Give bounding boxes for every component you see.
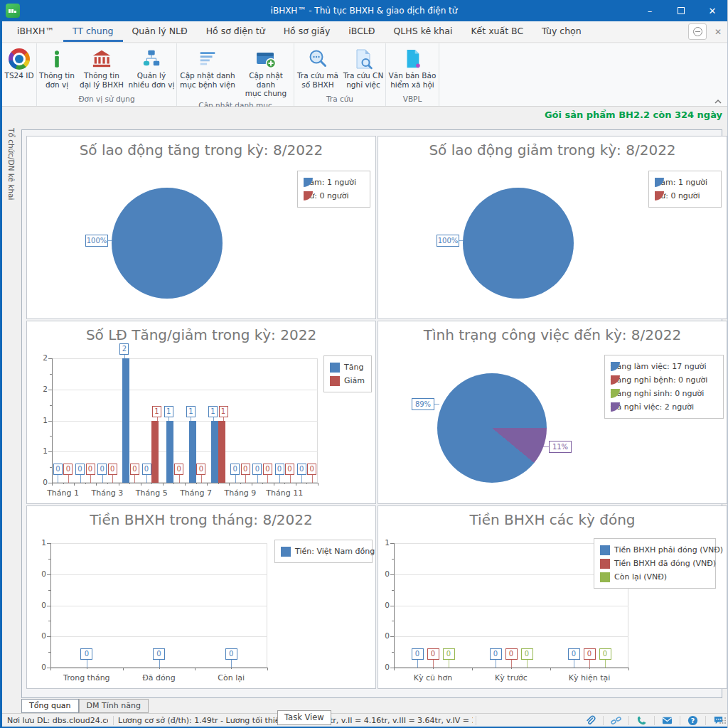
footer-tabs: Tổng quanDM Tính năng — [21, 699, 149, 713]
menu-tab-qu-n-l-nl-[interactable]: Quản lý NLĐ — [123, 21, 197, 42]
value-leader-line — [112, 475, 113, 483]
menu-tab-h-s-gi-y[interactable]: Hồ sơ giấy — [274, 21, 340, 42]
status-divider — [603, 716, 604, 725]
search-icon — [307, 47, 328, 71]
doc-search-icon — [353, 47, 374, 71]
legend-item-label: Tăng — [344, 363, 363, 372]
footer-tab-t-ng-quan[interactable]: Tổng quan — [21, 699, 79, 713]
value-leader-line — [213, 417, 214, 421]
y-axis-tick-label: 1 — [32, 538, 46, 547]
x-axis-category-label: Trong tháng — [58, 673, 115, 683]
maximize-button[interactable] — [665, 0, 697, 21]
value-leader-line — [80, 475, 81, 483]
x-tick-mark — [306, 483, 307, 484]
bank-icon — [91, 47, 112, 71]
resize-grip[interactable] — [719, 717, 727, 724]
pie-percent-label: 11% — [549, 441, 572, 453]
mail-icon[interactable] — [662, 715, 673, 726]
multi-unit-manage-button[interactable]: Quản lý nhiều đơn vị — [127, 43, 176, 93]
bar-value-label: 1 — [164, 406, 173, 417]
menu-tab-qlhs-k-khai[interactable]: QLHS kê khai — [385, 21, 462, 42]
bar-Giảm — [151, 421, 159, 483]
menu-tab-t-y-ch-n[interactable]: Tùy chọn — [532, 21, 591, 42]
ribbon-collapse-chevron-icon[interactable] — [714, 98, 722, 105]
gridline — [52, 451, 318, 452]
help-icon[interactable]: ? — [687, 715, 698, 726]
pie-chart — [112, 188, 223, 299]
value-leader-line — [605, 660, 606, 668]
value-leader-line — [312, 475, 313, 483]
x-axis-category-label: Kỳ trước — [483, 673, 540, 683]
chart-panel-1: Số lao động giảm trong kỳ: 8/2022100%Nam… — [378, 136, 727, 319]
tab-close-button[interactable]: ✕ — [711, 23, 725, 40]
y-axis-line — [394, 543, 395, 668]
chart-legend: Tiền BHXH phải đóng (VNĐ)Tiền BHXH đã đó… — [594, 538, 716, 589]
legend-item: Nam: 1 người — [304, 177, 364, 188]
value-leader-line — [511, 660, 512, 668]
bar-value-label: 1 — [208, 406, 218, 417]
ribbon-group-3: Tra cứu mã số BHXHTra cứu CN nghỉ việcTr… — [294, 43, 386, 106]
ribbon-button-label: Thông tin đơn vị — [39, 71, 75, 89]
ts24-id-button[interactable]: TS24 ID — [2, 43, 36, 102]
ribbon-group-caption — [2, 102, 36, 106]
close-button[interactable]: ✕ — [697, 0, 728, 21]
callout-leader-line — [434, 404, 439, 405]
value-leader-line — [231, 660, 232, 668]
x-tick-mark — [628, 668, 629, 670]
hospital-catalog-update-button[interactable]: Cập nhật danh mục bệnh viện — [177, 43, 238, 100]
bar-value-label: 0 — [97, 464, 107, 475]
x-tick-mark — [240, 483, 241, 484]
value-leader-line — [90, 475, 91, 483]
menu-tab-h-s-i-n-t-[interactable]: Hồ sơ điện tử — [197, 21, 274, 42]
agency-info-button[interactable]: Thông tin đại lý BHXH — [77, 43, 127, 93]
link-icon[interactable] — [611, 715, 621, 726]
bar-value-label: 0 — [225, 648, 237, 660]
bar-value-label: 0 — [86, 464, 95, 475]
statusbar: Nơi lưu DL: dbs.cloud24.com.vn Lương cơ … — [2, 713, 728, 727]
y-axis-tick-label: 0 — [375, 569, 390, 579]
unit-info-button[interactable]: Thông tin đơn vị — [37, 43, 77, 93]
gridline — [52, 358, 318, 359]
resigned-lookup-button[interactable]: Tra cứu CN nghỉ việc — [341, 43, 385, 93]
bar-value-label: 0 — [297, 464, 306, 475]
x-tick-mark — [218, 483, 219, 484]
x-tick-mark — [85, 483, 86, 484]
license-text: Gói sản phẩm BH2.2 còn 324 ngày — [2, 107, 728, 124]
x-tick-mark — [159, 668, 160, 669]
y-axis-tick-label: 0 — [32, 631, 46, 641]
status-datastore: Nơi lưu DL: dbs.cloud24.com.vn — [7, 716, 108, 725]
general-catalog-update-button[interactable]: Cập nhật danh mục chung — [238, 43, 294, 100]
insurance-documents-button[interactable]: Văn bản Bảo hiểm xã hội — [386, 43, 439, 93]
x-tick-mark — [107, 483, 108, 484]
org-icon — [141, 47, 162, 71]
ribbon-group-caption: Đơn vị sử dụng — [37, 93, 176, 106]
x-axis-category-label: Kỳ cũ hơn — [405, 673, 461, 683]
bar-value-label: 0 — [412, 648, 424, 660]
ribbon-minimize-button[interactable] — [688, 23, 707, 40]
footer-tab-dm-t-nh-n-ng[interactable]: DM Tính năng — [79, 699, 149, 713]
phone-icon[interactable] — [636, 715, 647, 726]
gridline — [50, 636, 267, 637]
legend-item-label: Tiền: Việt Nam đồng — [295, 547, 375, 556]
sidebar-collapsed-panel[interactable]: Tổ chức/DN kê khai — [2, 124, 21, 713]
bar-value-label: 0 — [241, 464, 250, 475]
minimize-button[interactable]: – — [634, 0, 665, 21]
legend-item: Đang nghỉ sinh: 0 người — [611, 388, 717, 399]
bar-value-label: 0 — [153, 648, 165, 660]
attachment-icon[interactable] — [585, 715, 596, 726]
menu-tab-ibhxh-[interactable]: iBHXH™ — [8, 21, 63, 42]
y-axis-tick-label: 1 — [33, 416, 48, 425]
status-divider — [680, 716, 680, 725]
value-leader-line — [124, 355, 125, 358]
legend-item-label: Giảm — [344, 376, 365, 385]
x-axis-category-label: Còn lại — [203, 673, 259, 683]
bar-value-label: 0 — [443, 648, 455, 660]
value-leader-line — [257, 475, 258, 483]
bhxh-code-lookup-button[interactable]: Tra cứu mã số BHXH — [294, 43, 341, 93]
legend-item-label: Đã nghỉ việc: 2 người — [611, 402, 694, 412]
menu-tab-k-t-xu-t-bc[interactable]: Kết xuất BC — [461, 21, 532, 42]
menu-tab-tt-chung[interactable]: TT chung — [63, 21, 123, 42]
menu-tab-ibcl-[interactable]: iBCLĐ — [339, 21, 384, 42]
x-tick-mark — [50, 668, 51, 670]
value-leader-line — [574, 660, 574, 668]
